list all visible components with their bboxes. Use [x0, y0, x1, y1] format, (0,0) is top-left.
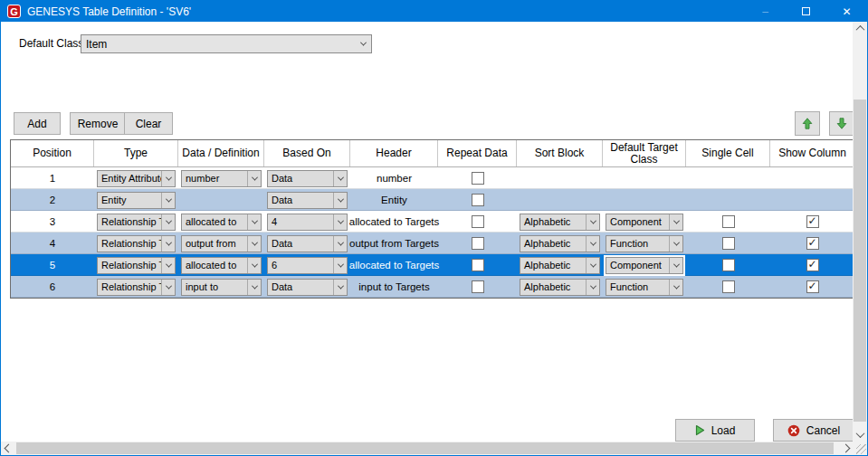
based-on-dropdown[interactable]: 4: [267, 214, 348, 231]
chevron-down-icon[interactable]: [247, 214, 261, 230]
type-dropdown[interactable]: Entity: [97, 192, 176, 209]
based-on-dropdown[interactable]: Data: [267, 279, 348, 296]
sort-block-dropdown[interactable]: Alphabetic: [520, 214, 600, 231]
chevron-down-icon[interactable]: [586, 236, 599, 252]
repeat-data-checkbox[interactable]: [472, 172, 484, 185]
resize-grip[interactable]: [856, 444, 866, 454]
data-definition-dropdown[interactable]: input to: [181, 279, 262, 296]
move-down-button[interactable]: [829, 111, 854, 136]
scroll-down-button[interactable]: [853, 428, 867, 442]
move-up-button[interactable]: [795, 111, 820, 136]
chevron-down-icon[interactable]: [161, 236, 175, 252]
single-cell-checkbox[interactable]: [722, 215, 735, 228]
position-cell: 1: [11, 167, 94, 189]
data-definition-dropdown[interactable]: allocated to: [181, 214, 262, 231]
chevron-down-icon[interactable]: [161, 214, 175, 230]
chevron-down-icon[interactable]: [247, 258, 261, 273]
repeat-data-checkbox[interactable]: [472, 237, 484, 250]
scroll-right-button[interactable]: [838, 442, 853, 455]
based-on-dropdown[interactable]: Data: [267, 192, 348, 209]
chevron-down-icon[interactable]: [669, 258, 682, 273]
default-target-class-dropdown[interactable]: Component: [606, 257, 683, 274]
type-dropdown[interactable]: Entity Attribute: [97, 170, 176, 187]
grid-cell: Alphabetic: [517, 254, 603, 276]
chevron-down-icon[interactable]: [333, 280, 347, 295]
chevron-down-icon[interactable]: [333, 171, 347, 186]
chevron-down-icon[interactable]: [669, 214, 682, 230]
sort-block-dropdown[interactable]: Alphabetic: [520, 257, 600, 274]
type-dropdown[interactable]: Relationship T...: [97, 279, 176, 296]
close-button[interactable]: ✕: [826, 1, 867, 22]
show-column-checkbox[interactable]: ✓: [806, 237, 819, 250]
chevron-down-icon[interactable]: [333, 193, 347, 208]
based-on-dropdown[interactable]: Data: [267, 235, 348, 252]
scroll-left-button[interactable]: [1, 442, 15, 455]
default-target-class-dropdown[interactable]: Function: [606, 279, 683, 296]
chevron-down-icon[interactable]: [669, 280, 682, 295]
chevron-down-icon[interactable]: [586, 258, 599, 273]
show-column-checkbox[interactable]: ✓: [806, 259, 819, 271]
single-cell-checkbox[interactable]: [722, 280, 735, 293]
single-cell-checkbox[interactable]: [722, 237, 735, 250]
default-class-dropdown[interactable]: Item: [81, 34, 372, 53]
type-dropdown[interactable]: Relationship T...: [97, 214, 176, 231]
chevron-down-icon[interactable]: [586, 280, 599, 295]
sort-block-dropdown[interactable]: Alphabetic: [520, 235, 600, 252]
chevron-down-icon[interactable]: [247, 236, 261, 252]
chevron-down-icon[interactable]: [333, 214, 347, 230]
vertical-scrollbar[interactable]: [853, 22, 867, 442]
data-definition-dropdown[interactable]: number: [181, 170, 262, 187]
show-column-checkbox[interactable]: ✓: [806, 215, 819, 228]
maximize-button[interactable]: [786, 1, 826, 22]
horizontal-scrollbar-thumb[interactable]: [16, 442, 834, 454]
table-row[interactable]: 5Relationship T...allocated to6allocated…: [11, 254, 854, 276]
remove-button[interactable]: Remove: [70, 112, 126, 135]
chevron-down-icon[interactable]: [669, 236, 682, 252]
data-definition-dropdown[interactable]: allocated to: [181, 257, 262, 274]
titlebar[interactable]: G GENESYS Table Definition - 'SV6' – ✕: [1, 1, 867, 22]
chevron-down-icon[interactable]: [333, 258, 347, 273]
grid-cell: 4: [264, 211, 350, 233]
table-row[interactable]: 4Relationship T...output fromDataoutput …: [11, 233, 854, 254]
single-cell-checkbox[interactable]: [722, 259, 735, 271]
repeat-data-checkbox[interactable]: [472, 259, 484, 271]
type-dropdown[interactable]: Relationship T...: [97, 257, 176, 274]
repeat-data-checkbox[interactable]: [472, 194, 484, 206]
table-row[interactable]: 3Relationship T...allocated to4allocated…: [11, 211, 854, 233]
chevron-down-icon[interactable]: [333, 236, 347, 252]
minimize-icon: –: [762, 5, 768, 18]
sort-block-dropdown[interactable]: Alphabetic: [520, 279, 600, 296]
add-button[interactable]: Add: [14, 112, 61, 135]
clear-button[interactable]: Clear: [124, 112, 173, 135]
repeat-data-checkbox[interactable]: [472, 215, 484, 228]
minimize-button[interactable]: –: [745, 1, 786, 22]
chevron-down-icon[interactable]: [247, 171, 261, 186]
cancel-button[interactable]: Cancel: [773, 419, 854, 442]
table-row[interactable]: 1Entity AttributenumberDatanumber: [11, 167, 854, 189]
position-cell: 6: [11, 276, 94, 298]
vertical-scrollbar-thumb[interactable]: [854, 100, 866, 422]
chevron-down-icon[interactable]: [161, 258, 175, 273]
scroll-up-button[interactable]: [853, 22, 867, 35]
chevron-down-icon[interactable]: [161, 193, 175, 208]
show-column-checkbox[interactable]: ✓: [806, 280, 819, 293]
chevron-down-icon[interactable]: [586, 214, 599, 230]
app-icon: G: [7, 5, 21, 18]
type-dropdown[interactable]: Relationship T...: [97, 235, 176, 252]
default-target-class-dropdown[interactable]: Component: [606, 214, 683, 231]
chevron-down-icon[interactable]: [161, 280, 175, 295]
chevron-down-icon[interactable]: [161, 171, 175, 186]
horizontal-scrollbar[interactable]: [1, 442, 853, 455]
table-row[interactable]: 6Relationship T...input toDatainput to T…: [11, 276, 854, 298]
data-definition-dropdown[interactable]: output from: [181, 235, 262, 252]
column-header-based-on: Based On: [264, 140, 350, 166]
based-on-dropdown[interactable]: Data: [267, 170, 348, 187]
table-row[interactable]: 2EntityDataEntity: [11, 189, 854, 211]
chevron-down-icon[interactable]: [247, 280, 261, 295]
grid-cell: [438, 233, 517, 254]
repeat-data-checkbox[interactable]: [472, 280, 484, 293]
default-target-class-dropdown[interactable]: Function: [606, 235, 683, 252]
based-on-dropdown[interactable]: 6: [267, 257, 348, 274]
load-button[interactable]: Load: [675, 419, 755, 442]
grid-cell: ✓: [770, 254, 854, 276]
